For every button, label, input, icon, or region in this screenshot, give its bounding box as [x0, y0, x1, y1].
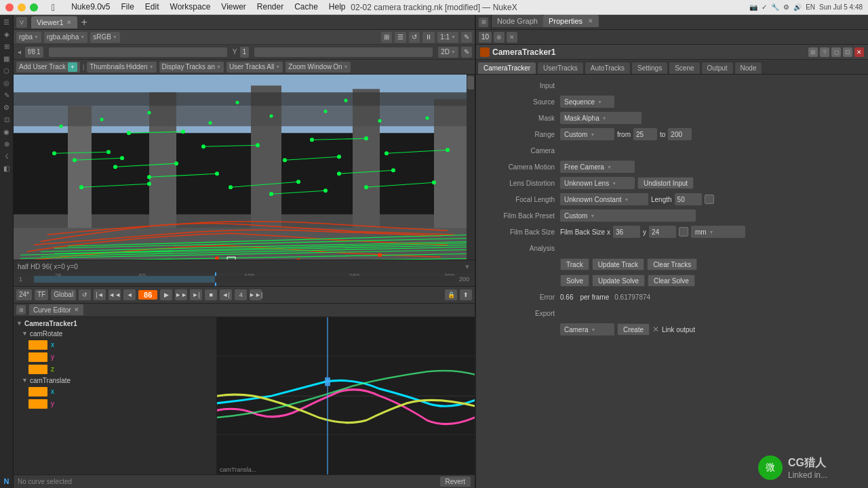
props-tab-node[interactable]: Node: [734, 62, 763, 74]
tree-item-camtranslate[interactable]: ▼ camTranslate: [14, 375, 216, 386]
film-y-input[interactable]: 24: [649, 226, 676, 238]
sidebar-tool-3[interactable]: ⊞: [1, 41, 12, 52]
mark-btn[interactable]: ⬆: [460, 289, 472, 300]
step-back-btn[interactable]: ◄: [123, 289, 136, 300]
props-btn-4[interactable]: ⊡: [843, 47, 852, 57]
properties-tab-main[interactable]: Properties ✕: [543, 15, 599, 27]
pencil-tool[interactable]: ✎: [461, 32, 472, 43]
window-controls[interactable]: [5, 3, 38, 12]
loop-btn[interactable]: ↺: [79, 289, 91, 300]
extra-btn[interactable]: ✎: [461, 47, 472, 58]
props-tab-settings[interactable]: Settings: [631, 62, 668, 74]
props-tab-usertracks[interactable]: UserTracks: [537, 62, 584, 74]
prev-bookmark-btn[interactable]: |◄: [94, 289, 106, 300]
sidebar-tool-5[interactable]: ⬡: [1, 65, 12, 76]
maximize-button[interactable]: [30, 3, 38, 12]
y-value[interactable]: 1: [240, 47, 250, 58]
prev-frame-btn[interactable]: ◄◄: [108, 289, 121, 300]
film-back-checkbox[interactable]: [679, 227, 688, 237]
props-tab-cameratracker[interactable]: CameraTracker: [477, 62, 536, 74]
viewer-add-tab[interactable]: +: [81, 16, 87, 28]
toolbar-icon-1[interactable]: ⊕: [494, 32, 505, 43]
close-button[interactable]: [5, 3, 14, 12]
units-dropdown[interactable]: mm ▼: [691, 226, 745, 238]
viewer-expand-btn[interactable]: ▼: [464, 263, 471, 270]
menu-help[interactable]: Help: [329, 2, 346, 13]
sidebar-tool-4[interactable]: ▦: [1, 53, 12, 64]
lens-distortion-dropdown[interactable]: Unknown Lens ▼: [560, 177, 635, 189]
sidebar-tool-12[interactable]: ☇: [1, 150, 12, 161]
menu-nuke[interactable]: Nuke9.0v5: [71, 2, 110, 13]
props-tab-scene[interactable]: Scene: [669, 62, 700, 74]
viewer-tab-close[interactable]: ✕: [66, 19, 72, 26]
sidebar-tool-6[interactable]: ◎: [1, 77, 12, 88]
film-x-input[interactable]: 36: [613, 226, 640, 238]
channel-dropdown[interactable]: rgba▼: [16, 32, 41, 43]
sidebar-tool-10[interactable]: ◉: [1, 126, 12, 137]
menu-edit[interactable]: Edit: [145, 2, 159, 13]
tf-dropdown[interactable]: TF: [35, 289, 48, 300]
create-btn[interactable]: Create: [617, 323, 650, 336]
tree-item-collapse[interactable]: ▼ CameraTracker1: [14, 319, 216, 329]
curve-editor-tab[interactable]: Curve Editor ✕: [29, 304, 83, 315]
sidebar-tool-8[interactable]: ⚙: [1, 102, 12, 113]
range-from-input[interactable]: 25: [633, 128, 657, 140]
props-btn-2[interactable]: ?: [820, 47, 829, 57]
update-track-btn[interactable]: Update Track: [592, 258, 644, 270]
sidebar-tool-11[interactable]: ⊕: [1, 138, 12, 149]
menu-workspace[interactable]: Workspace: [170, 2, 211, 13]
menu-file[interactable]: File: [121, 2, 134, 13]
focal-length-checkbox[interactable]: [705, 195, 714, 204]
frame-nav-left[interactable]: ◄: [16, 49, 22, 56]
clear-solve-btn[interactable]: Clear Solve: [648, 274, 695, 287]
add-user-track-btn[interactable]: Add User Track +: [16, 62, 80, 73]
tree-camtranslate-x[interactable]: x: [14, 386, 216, 398]
view-mode-btn2[interactable]: ☰: [395, 32, 406, 43]
next-bookmark-btn[interactable]: ►|: [190, 289, 202, 300]
minimize-button[interactable]: [18, 3, 26, 12]
frame-display[interactable]: f/8 1: [25, 47, 43, 58]
alpha-dropdown[interactable]: rgba.alpha▼: [44, 32, 87, 43]
scroll-bar-right[interactable]: [467, 75, 475, 260]
view-pause-btn[interactable]: ⏸: [422, 32, 435, 43]
sidebar-tool-2[interactable]: ◈: [1, 28, 12, 39]
export-type-dropdown[interactable]: Camera ▼: [560, 323, 614, 336]
node-graph-tab[interactable]: Node Graph: [492, 15, 543, 27]
revert-button[interactable]: Revert: [440, 476, 471, 487]
track-btn[interactable]: Track: [560, 258, 589, 270]
curve-editor-close[interactable]: ✕: [74, 306, 79, 313]
current-frame-display[interactable]: 86: [138, 290, 157, 300]
sidebar-tool-13[interactable]: ◧: [1, 163, 12, 174]
tree-item-camrotate[interactable]: ▼ camRotate: [14, 329, 216, 339]
stop-btn[interactable]: ■: [205, 289, 217, 300]
zoom-window-dropdown[interactable]: Zoom Window On ▼: [285, 62, 351, 73]
length-input[interactable]: 50: [675, 193, 702, 205]
user-tracks-dropdown[interactable]: User Tracks All ▼: [226, 62, 283, 73]
y-slider[interactable]: [254, 47, 433, 57]
toolbar-icon-2[interactable]: ✕: [507, 32, 517, 43]
sidebar-tool-1[interactable]: ☰: [1, 16, 12, 27]
display-dropdown[interactable]: Display Tracks an ▼: [159, 62, 224, 73]
fast-fwd-btn[interactable]: ►►|: [250, 289, 262, 300]
camera-motion-dropdown[interactable]: Free Camera ▼: [560, 161, 635, 173]
clear-tracks-btn[interactable]: Clear Tracks: [647, 258, 697, 270]
film-back-preset-dropdown[interactable]: Custom ▼: [560, 209, 696, 222]
fps-dropdown[interactable]: 24*: [16, 289, 32, 300]
update-solve-btn[interactable]: Update Solve: [592, 274, 645, 287]
apple-menu[interactable]: : [52, 2, 55, 13]
menu-cache[interactable]: Cache: [294, 2, 318, 13]
timeline-track[interactable]: [34, 276, 454, 283]
count-4[interactable]: 4: [235, 289, 247, 300]
menu-viewer[interactable]: Viewer: [221, 2, 245, 13]
view-mode-btn1[interactable]: ⊞: [381, 32, 392, 43]
props-tab-output[interactable]: Output: [701, 62, 734, 74]
colorspace-dropdown[interactable]: sRGB▼: [90, 32, 120, 43]
tree-camrotate-z[interactable]: z: [14, 363, 216, 375]
solve-btn[interactable]: Solve: [560, 274, 589, 287]
props-btn-1[interactable]: ⊞: [808, 47, 818, 57]
undistort-btn[interactable]: Undistort Input: [637, 177, 694, 189]
range-dropdown[interactable]: Custom ▼: [560, 128, 614, 140]
projection-dropdown[interactable]: 2D▼: [438, 47, 458, 58]
view-rotate-btn[interactable]: ↺: [409, 32, 420, 43]
next-frame-btn[interactable]: ►►: [175, 289, 187, 300]
